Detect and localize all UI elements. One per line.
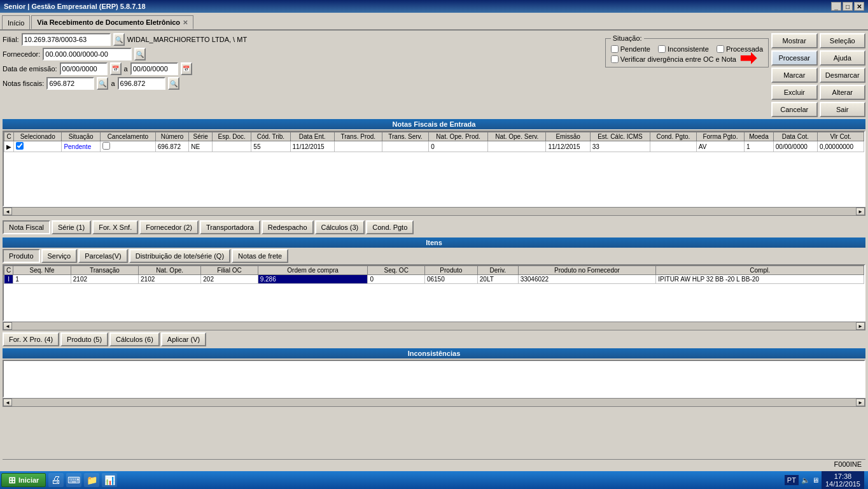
itens-cell-deriv: 20LT xyxy=(477,275,518,284)
notas-scroll-left[interactable]: ◄ xyxy=(3,208,12,215)
itens-table-row[interactable]: I 1 2102 2102 202 9.286 0 06150 20LT 330… xyxy=(4,275,864,284)
data-ate-input[interactable] xyxy=(130,62,178,75)
tab-distribuicao[interactable]: Distribuição de lote/série (Q) xyxy=(129,249,230,263)
itens-col-ordem-compra: Ordem de compra xyxy=(258,266,368,275)
notas-de-input[interactable] xyxy=(46,77,94,90)
sair-button[interactable]: Sair xyxy=(820,102,866,117)
maximize-button[interactable]: □ xyxy=(843,2,853,11)
data-de-input[interactable] xyxy=(60,62,108,75)
col-forma-pgto: Forma Pgto. xyxy=(696,132,744,141)
tab-parcelas[interactable]: Parcelas(V) xyxy=(78,249,127,263)
tab-notas-frete[interactable]: Notas de frete xyxy=(232,249,288,263)
itens-col-seq-nfe: Seq. Nfe xyxy=(13,266,71,275)
data-ate-calendar-button[interactable]: 📅 xyxy=(181,62,192,75)
inconsistencias-scroll-left[interactable]: ◄ xyxy=(3,399,12,406)
data-de-calendar-button[interactable]: 📅 xyxy=(110,62,122,75)
fornecedor-input[interactable] xyxy=(43,48,132,60)
tab-calculos[interactable]: Cálculos (3) xyxy=(315,220,365,234)
inconsistencias-h-scrollbar[interactable]: ◄ ► xyxy=(3,398,865,407)
ajuda-button[interactable]: Ajuda xyxy=(820,50,866,66)
cancelamento-checkbox[interactable] xyxy=(102,142,110,150)
processar-button[interactable]: Processar xyxy=(771,50,818,66)
inconsistente-checkbox[interactable] xyxy=(658,45,666,53)
tab-via-recebimento[interactable]: Via Recebimento de Documento Eletrônico … xyxy=(31,15,193,29)
notas-ate-search-button[interactable]: 🔍 xyxy=(168,77,179,90)
selecao-button[interactable]: Seleção xyxy=(820,33,866,48)
col-trans-prod: Trans. Prod. xyxy=(334,132,382,141)
buttons-panel: ➡ Mostrar Seleção Processar Ajuda Marcar… xyxy=(771,33,865,117)
itens-cell-produto-fornecedor: 33046022 xyxy=(518,275,656,284)
data-emissao-row: Data de emissão: 📅 a 📅 xyxy=(3,62,603,75)
arrow-indicator: ➡ xyxy=(739,46,757,70)
itens-cell-ordem-compra: 9.286 xyxy=(258,275,368,284)
desmarcar-button[interactable]: Desmarcar xyxy=(820,67,866,83)
tab-produto[interactable]: Produto xyxy=(3,249,40,263)
filial-desc: WIDAL_MARCHIORETTO LTDA, \ MT xyxy=(127,36,247,43)
tab-transportadora[interactable]: Transportadora xyxy=(200,220,260,234)
inconsistencias-scroll-right[interactable]: ► xyxy=(856,399,865,406)
notas-fiscais-table: C Selecionado Situação Cancelamento Núme… xyxy=(4,132,864,152)
tab-calculos-6[interactable]: Cálculos (6) xyxy=(109,332,160,346)
cell-est-calc: 33 xyxy=(590,141,650,152)
cell-c: ▶ xyxy=(4,141,14,152)
tab-nota-fiscal[interactable]: Nota Fiscal xyxy=(3,220,50,234)
alterar-button[interactable]: Alterar xyxy=(820,85,866,100)
fornecedor-search-button[interactable]: 🔍 xyxy=(134,48,146,60)
cell-trans-prod xyxy=(334,141,382,152)
filial-search-button[interactable]: 🔍 xyxy=(113,33,125,46)
tab-fornecedor[interactable]: Fornecedor (2) xyxy=(139,220,199,234)
table-row[interactable]: ▶ Pendente 696.872 NE 55 11/12/2015 0 xyxy=(4,141,864,152)
col-data-ent: Data Ent. xyxy=(290,132,334,141)
tab-produto-5[interactable]: Produto (5) xyxy=(60,332,108,346)
pendente-checkbox[interactable] xyxy=(611,45,619,53)
notas-scroll-right[interactable]: ► xyxy=(856,208,865,215)
excluir-button[interactable]: Excluir xyxy=(771,85,818,100)
tab-close-icon[interactable]: ✕ xyxy=(183,19,188,26)
selecionado-checkbox[interactable] xyxy=(16,142,24,150)
mostrar-button[interactable]: Mostrar xyxy=(771,33,818,48)
itens-col-produto: Produto xyxy=(424,266,477,275)
notas-fiscais-title: Notas Fiscais de Entrada xyxy=(3,119,865,129)
notas-ate-input[interactable] xyxy=(118,77,165,90)
filial-input[interactable] xyxy=(22,33,111,46)
tab-serie[interactable]: Série (1) xyxy=(52,220,91,234)
notas-h-scrollbar[interactable]: ◄ ► xyxy=(3,207,865,216)
notas-scroll-track[interactable] xyxy=(12,208,856,215)
tab-inicio[interactable]: Início xyxy=(2,15,30,29)
marcar-button[interactable]: Marcar xyxy=(771,67,818,83)
cancelar-button[interactable]: Cancelar xyxy=(771,102,818,117)
tab-aplicar[interactable]: Aplicar (V) xyxy=(161,332,206,346)
cell-cond-pgto xyxy=(650,141,697,152)
itens-cell-seq-nfe: 1 xyxy=(13,275,71,284)
minimize-button[interactable]: _ xyxy=(831,2,841,11)
window-controls[interactable]: _ □ ✕ xyxy=(831,2,864,11)
data-emissao-label: Data de emissão: xyxy=(3,65,57,73)
col-moeda: Moeda xyxy=(745,132,774,141)
col-esp-doc: Esp. Doc. xyxy=(213,132,251,141)
tab-bar: Início Via Recebimento de Documento Elet… xyxy=(0,13,868,31)
itens-col-filial-oc: Filial OC xyxy=(201,266,258,275)
col-numero: Número xyxy=(155,132,188,141)
processada-checkbox[interactable] xyxy=(717,45,724,53)
status-bar: F000INE xyxy=(3,459,865,469)
inconsistencias-scroll-track[interactable] xyxy=(12,399,856,406)
notas-de-search-button[interactable]: 🔍 xyxy=(97,77,108,90)
itens-cell-transacao: 2102 xyxy=(71,275,138,284)
tab-redespacho[interactable]: Redespacho xyxy=(262,220,314,234)
tab-for-pro[interactable]: For. X Pro. (4) xyxy=(3,332,59,346)
notas-fiscais-table-container[interactable]: C Selecionado Situação Cancelamento Núme… xyxy=(3,131,865,207)
tab-cond-pgto[interactable]: Cond. Pgto xyxy=(366,220,414,234)
cell-numero: 696.872 xyxy=(155,141,188,152)
itens-scroll-right[interactable]: ► xyxy=(856,322,865,330)
close-button[interactable]: ✕ xyxy=(854,2,864,11)
cell-esp-doc xyxy=(213,141,251,152)
itens-h-scrollbar[interactable]: ◄ ► xyxy=(3,322,865,330)
tab-for-snf[interactable]: For. X Snf. xyxy=(92,220,138,234)
cell-selecionado[interactable] xyxy=(14,141,62,152)
itens-table-container[interactable]: C Seq. Nfe Transação Nat. Ope. Filial OC… xyxy=(3,264,865,322)
cell-cancelamento[interactable] xyxy=(100,141,155,152)
itens-scroll-track[interactable] xyxy=(12,322,856,330)
verificar-checkbox[interactable] xyxy=(611,55,619,63)
itens-scroll-left[interactable]: ◄ xyxy=(3,322,12,330)
tab-servico[interactable]: Serviço xyxy=(41,249,78,263)
